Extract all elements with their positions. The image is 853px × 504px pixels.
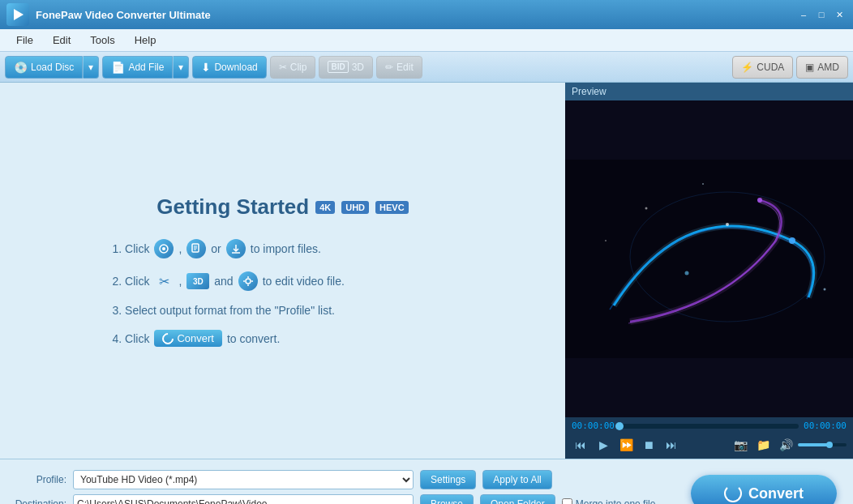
badge-4k: 4K [315, 201, 335, 214]
open-folder-button[interactable]: Open Folder [480, 494, 555, 505]
menu-bar: File Edit Tools Help [0, 29, 853, 52]
getting-started-panel: Getting Started 4K UHD HEVC 1. Click , o… [0, 83, 565, 459]
load-disc-step-icon [154, 239, 174, 258]
volume-slider[interactable] [798, 443, 847, 446]
settings-button[interactable]: Settings [420, 470, 476, 489]
profile-select[interactable]: YouTube HD Video (*.mp4) [73, 470, 414, 489]
getting-started-steps: 1. Click , or to import files. 2. Click … [113, 239, 453, 347]
clip-icon: ✂ [279, 62, 287, 73]
volume-fill [798, 443, 829, 446]
svg-point-8 [246, 279, 251, 284]
convert-spin-icon [724, 485, 742, 502]
app-logo [6, 3, 29, 26]
destination-input[interactable] [73, 494, 414, 505]
menu-help[interactable]: Help [125, 31, 166, 49]
3d-button[interactable]: BID 3D [319, 56, 373, 79]
load-disc-button[interactable]: 💿 Load Disc [5, 56, 83, 79]
close-button[interactable]: ✕ [832, 7, 847, 22]
add-file-arrow-button[interactable]: ▾ [173, 56, 189, 79]
svg-point-19 [645, 207, 648, 210]
svg-point-17 [726, 223, 729, 226]
browse-button[interactable]: Browse [420, 494, 474, 505]
amd-button[interactable]: ▣ AMD [796, 56, 848, 79]
folder-button[interactable]: 📁 [754, 436, 772, 454]
preview-time-bar: 00:00:00 00:00:00 [572, 421, 847, 431]
convert-mini-icon [161, 331, 177, 347]
svg-point-21 [605, 240, 607, 241]
stop-button[interactable]: ⏹ [640, 436, 658, 454]
add-file-button[interactable]: 📄 Add File [102, 56, 173, 79]
wand-step-icon [238, 271, 258, 291]
profile-label: Profile: [10, 474, 66, 485]
toolbar: 💿 Load Disc ▾ 📄 Add File ▾ ⬇ Download ✂ … [0, 52, 853, 83]
cuda-icon: ⚡ [741, 62, 753, 73]
minimize-button[interactable]: – [796, 7, 811, 22]
convert-mini-button: Convert [154, 330, 222, 347]
cuda-button[interactable]: ⚡ CUDA [732, 56, 793, 79]
volume-container: 🔊 [777, 436, 847, 454]
bottom-section: Profile: YouTube HD Video (*.mp4) Settin… [0, 459, 853, 504]
menu-file[interactable]: File [6, 31, 43, 49]
volume-icon[interactable]: 🔊 [777, 436, 795, 454]
svg-point-22 [702, 183, 704, 185]
download-step-icon [226, 239, 246, 258]
add-file-step-icon [186, 239, 206, 258]
app-title: FonePaw Video Converter Ultimate [36, 9, 796, 21]
download-icon: ⬇ [201, 61, 211, 74]
disc-icon: 💿 [14, 61, 28, 74]
edit-button[interactable]: ✏ Edit [376, 56, 422, 79]
svg-point-18 [685, 271, 689, 275]
skip-forward-button[interactable]: ⏭ [662, 436, 680, 454]
amd-icon: ▣ [805, 62, 814, 73]
convert-button[interactable]: Convert [691, 475, 837, 504]
play-button[interactable]: ▶ [594, 436, 612, 454]
add-file-group: 📄 Add File ▾ [102, 56, 189, 79]
add-file-icon: 📄 [111, 61, 125, 74]
fast-forward-button[interactable]: ⏩ [617, 436, 635, 454]
menu-tools[interactable]: Tools [80, 31, 124, 49]
step-1: 1. Click , or to import files. [113, 239, 453, 258]
title-bar: FonePaw Video Converter Ultimate – □ ✕ [0, 0, 853, 29]
progress-bar[interactable] [619, 424, 799, 429]
svg-marker-0 [14, 9, 24, 20]
progress-thumb [615, 422, 624, 430]
download-button[interactable]: ⬇ Download [192, 56, 266, 79]
destination-label: Destination: [10, 498, 66, 505]
apply-to-all-button[interactable]: Apply to All [482, 470, 551, 489]
badge-uhd: UHD [341, 201, 369, 214]
svg-point-16 [757, 198, 762, 203]
load-disc-group: 💿 Load Disc ▾ [5, 56, 99, 79]
merge-label[interactable]: Merge into one file [562, 498, 656, 505]
skip-back-button[interactable]: ⏮ [572, 436, 589, 454]
load-disc-arrow-button[interactable]: ▾ [83, 56, 99, 79]
getting-started-title: Getting Started 4K UHD HEVC [156, 194, 408, 220]
clip-button[interactable]: ✂ Clip [270, 56, 316, 79]
volume-thumb [826, 442, 833, 448]
preview-label: Preview [565, 83, 853, 100]
preview-video [565, 100, 853, 417]
merge-checkbox[interactable] [562, 498, 572, 504]
scissors-step-icon: ✂ [154, 271, 174, 291]
svg-point-20 [824, 288, 826, 291]
step-2: 2. Click ✂ , 3D and to edit video file. [113, 271, 453, 291]
step-3: 3. Select output format from the "Profil… [113, 304, 453, 317]
preview-controls: 00:00:00 00:00:00 ⏮ ▶ ⏩ ⏹ ⏭ 📷 📁 🔊 [565, 417, 853, 459]
3d-icon: BID [328, 61, 348, 73]
badge-hevc: HEVC [375, 201, 409, 214]
menu-edit[interactable]: Edit [43, 31, 80, 49]
3d-step-icon: 3D [186, 273, 209, 289]
svg-point-15 [789, 237, 795, 244]
time-end: 00:00:00 [804, 421, 847, 431]
step-4: 4. Click Convert to convert. [113, 330, 453, 347]
maximize-button[interactable]: □ [814, 7, 829, 22]
preview-buttons: ⏮ ▶ ⏩ ⏹ ⏭ 📷 📁 🔊 [572, 434, 847, 455]
window-controls: – □ ✕ [796, 7, 847, 22]
snapshot-button[interactable]: 📷 [731, 436, 749, 454]
edit-icon: ✏ [385, 62, 393, 73]
time-start: 00:00:00 [572, 421, 615, 431]
main-area: Getting Started 4K UHD HEVC 1. Click , o… [0, 83, 853, 459]
preview-panel: Preview [565, 83, 853, 459]
svg-point-2 [162, 247, 165, 250]
